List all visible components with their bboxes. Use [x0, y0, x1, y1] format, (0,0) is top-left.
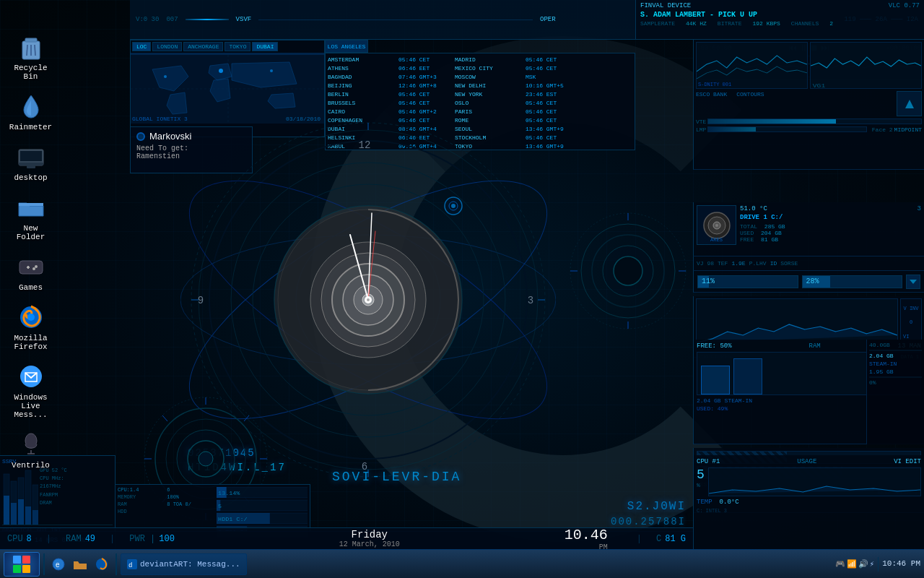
p-lhv-label: P.LHV [749, 260, 767, 267]
desktop-background: V:0 30 007 VSVF OPER 119 ——— 26A ——— I2A… [0, 0, 924, 578]
cpu1-vi-edit: VI EDIT [894, 458, 921, 465]
pct-11-label: 11% [702, 277, 715, 285]
svg-point-70 [715, 224, 718, 227]
svg-line-54 [162, 415, 167, 421]
hdd-temp: 51.0 °C [740, 205, 767, 212]
time-city: BAGHDAD [328, 73, 393, 82]
games-icon [17, 252, 45, 281]
taskbar-clock: 10:46 PM [882, 558, 920, 569]
cpu-sto: 8 TOA 0/ [167, 501, 212, 507]
svg-rect-115 [22, 556, 30, 564]
tray-network-icon[interactable]: 📶 [847, 559, 857, 569]
pct-bar-28: 28% [802, 275, 903, 288]
svg-text:HDD1 C:/: HDD1 C:/ [218, 516, 247, 522]
player-device-label: FINVAL DEVICE [640, 2, 691, 9]
hdd-free-row: FREE 81 GB [740, 236, 921, 243]
location-tabs: LOC LONDON ANCHORAGE TOKYO DUBAI [131, 40, 324, 53]
svg-rect-117 [22, 565, 30, 573]
icon-new-folder[interactable]: New Folder [4, 189, 58, 245]
time-city2: NEW DELHI [455, 82, 520, 90]
player-panel: FINVAL DEVICE VLC 0.77 S. ADAM LAMBERT -… [635, 0, 924, 40]
vinv-label: V INV [903, 306, 918, 311]
ventrilo-label: Ventrilo [12, 461, 50, 470]
deco-gauge-right [567, 210, 689, 332]
time-city: BERLIN [328, 90, 393, 99]
pct-bar-11: 11% [697, 275, 798, 288]
taskbar-divider-1 [43, 553, 45, 575]
tray-volume-icon[interactable]: 🔊 [858, 559, 868, 569]
up-arrow-panel[interactable] [897, 91, 922, 116]
cpu-stats-text: GPU 52 °C CPU MHz: 2167MHz FANRPM DRAM [40, 467, 113, 525]
stats-time: 10.46 [565, 527, 608, 543]
svg-line-96 [27, 45, 27, 56]
lmp-label: LMP [696, 126, 706, 133]
loc-tab-tokyo[interactable]: TOKYO [225, 42, 250, 51]
cpu1-temp-val: 0.0°C [720, 499, 739, 506]
loc-tab-london[interactable]: LONDON [152, 42, 182, 51]
svg-point-0 [219, 69, 223, 73]
neon-text-2: S2.J0WI [627, 500, 686, 513]
icon-windows-live[interactable]: Windows Live Mess... [4, 358, 58, 423]
tray-steam-icon[interactable]: 🎮 [835, 559, 845, 569]
loc-tab-dubai[interactable]: DUBAI [252, 42, 278, 51]
time-val2: 05:46 CET [526, 56, 576, 64]
ventrilo-icon [17, 430, 45, 459]
los-angeles-tab[interactable]: LOS ANGELES [325, 40, 368, 53]
time-city2: NEW YORK [455, 90, 520, 99]
hdd-free-val: 81 GB [761, 236, 778, 243]
loc-tab-anchorage[interactable]: ANCHORAGE [183, 42, 223, 51]
ql-ie-icon[interactable]: e [48, 554, 69, 574]
hdd-widget: ARES 51.0 °C 3 DRIVE 1 C:/ TOTAL 285 GB … [693, 202, 924, 256]
ql-folder-icon[interactable] [70, 554, 90, 574]
cpu1-usage-val: 5 [697, 467, 705, 482]
steam-label: STEAM-IN [869, 361, 922, 367]
svg-rect-77 [18, 499, 24, 525]
time-row: AMSTERDAM05:46 CETMADRID05:46 CET [328, 56, 632, 64]
player-samplerate-label: SAMPLERATE [640, 20, 675, 27]
quick-launch-bar: e [48, 554, 112, 574]
ql-firefox-icon[interactable] [92, 554, 112, 574]
cpu-dram: DRAM [40, 499, 113, 507]
steam-divider2 [869, 376, 922, 378]
icon-ventrilo[interactable]: Ventrilo [4, 426, 58, 473]
lmp-bar-fill [708, 127, 756, 131]
vinv-val: 0 [910, 319, 912, 325]
new-folder-icon [17, 193, 45, 222]
svg-text:9: 9 [198, 295, 204, 306]
pct-bars-row: 11% 28% [693, 271, 924, 293]
cpu1-temp-row: TEMP 0.0°C [697, 499, 921, 506]
recycle-bin-icon [17, 33, 45, 61]
vte-bar-fill [708, 119, 836, 124]
esco-label: ESCO BANK [696, 91, 727, 116]
cpu1-intel-label: C: INTEL 3 [697, 508, 921, 514]
stats-c-val: 81 G [665, 534, 686, 544]
icon-games[interactable]: Games [4, 249, 58, 296]
icon-rainmeter[interactable]: Rainmeter [4, 88, 58, 135]
svg-rect-116 [13, 565, 21, 573]
stats-pwr-val: 100 [159, 534, 175, 544]
player-version: VLC 0.77 [889, 2, 920, 9]
icon-firefox[interactable]: Mozilla Firefox [4, 299, 58, 355]
taskbar-app-deviantart[interactable]: d deviantART: Messag... [121, 553, 247, 575]
hdd-total-row: TOTAL 285 GB [740, 223, 921, 230]
svg-rect-79 [25, 506, 31, 525]
neon-text-3: 000.25788I [611, 516, 686, 527]
tray-battery-icon[interactable]: ⚡ [870, 559, 875, 569]
start-button[interactable] [4, 552, 40, 577]
down-arrow-icon[interactable] [906, 275, 920, 289]
time-val: 12:46 GMT+8 [398, 82, 449, 90]
player-samplerate-val: 44K HZ [686, 20, 707, 27]
cpu1-usage-block: 5 % [697, 467, 705, 496]
icon-recycle-bin[interactable]: Recycle Bin [4, 29, 58, 85]
taskbar-time: 10:46 PM [882, 558, 920, 569]
vte-bar-container [707, 118, 922, 124]
svg-text:13.14%: 13.14% [218, 490, 240, 496]
icon-desktop[interactable]: desktop [4, 139, 58, 186]
svg-text:d: d [128, 562, 132, 569]
windows-live-label: Windows Live Mess... [7, 393, 54, 419]
loc-tab-loc[interactable]: LOC [132, 42, 151, 51]
time-val2: MSK [526, 73, 576, 82]
player-bitrate-val: 192 KBPS [752, 20, 780, 27]
stats-pwr-label: PWR | [129, 534, 155, 544]
neon-text-1: SOVI-LEVR-DIA [332, 470, 461, 484]
